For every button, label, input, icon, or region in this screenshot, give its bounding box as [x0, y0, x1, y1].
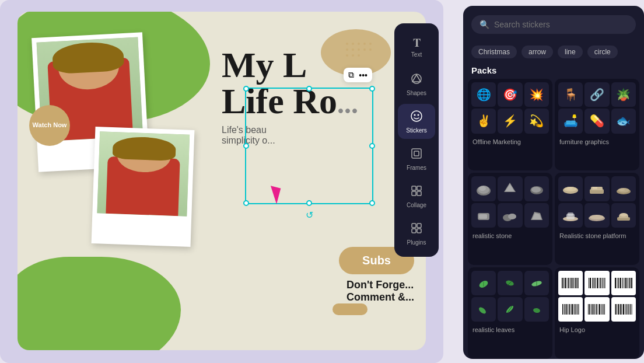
- sticker-pack-name-stone-platform: Realistic stone platform: [558, 231, 636, 240]
- svg-point-54: [590, 215, 604, 219]
- svg-rect-72: [568, 278, 569, 288]
- sticker-pack-name: Offline Marketing: [471, 137, 549, 146]
- search-bar: 🔍: [471, 15, 636, 34]
- svg-point-38: [508, 214, 516, 219]
- sticker-cell-leaf: [498, 297, 522, 322]
- sticker-pack-name-leaves: realistic leaves: [471, 325, 549, 334]
- design-card: Watch Now: [18, 12, 426, 350]
- sticker-cell-leaf: [471, 271, 496, 295]
- sticker-pack-name-stone: realistic stone: [471, 231, 549, 240]
- sticker-pack-realistic-stone[interactable]: realistic stone: [468, 173, 552, 264]
- sticker-cell-stone: [524, 176, 549, 201]
- sticker-cell-platform: [584, 203, 609, 228]
- svg-rect-105: [569, 304, 570, 315]
- svg-rect-85: [599, 278, 600, 288]
- tag-arrow[interactable]: arrow: [522, 46, 553, 58]
- tag-christmas[interactable]: Christmas: [471, 46, 517, 58]
- svg-rect-68: [562, 278, 563, 288]
- svg-rect-102: [564, 304, 565, 315]
- selection-handle-ml[interactable]: [243, 143, 249, 149]
- search-input[interactable]: [494, 20, 628, 29]
- sticker-cell-stone: [498, 203, 522, 228]
- svg-point-15: [411, 111, 422, 121]
- svg-rect-92: [618, 278, 620, 288]
- tag-circle[interactable]: circle: [587, 46, 618, 58]
- search-icon: 🔍: [480, 20, 489, 29]
- sticker-pack-name-furniture: furniture graphics: [558, 137, 636, 146]
- plugins-icon: [410, 222, 423, 238]
- svg-rect-128: [623, 304, 624, 315]
- selection-handle-tl[interactable]: [243, 86, 249, 92]
- svg-rect-21: [417, 186, 421, 190]
- photo-frame-2: [92, 127, 195, 247]
- selection-handle-tm[interactable]: [306, 86, 312, 92]
- svg-rect-110: [578, 304, 578, 315]
- sticker-cell-platform: [611, 203, 636, 228]
- sticker-pack-stone-platform[interactable]: Realistic stone platform: [555, 173, 639, 264]
- svg-rect-116: [594, 304, 595, 315]
- svg-rect-123: [615, 304, 616, 315]
- sticker-cell-stone: [471, 176, 496, 201]
- toolbar-item-text[interactable]: 𝐓 Text: [398, 29, 435, 64]
- selection-handle-bm[interactable]: [306, 200, 312, 206]
- svg-point-57: [620, 213, 628, 217]
- sticker-cell-platform: [611, 176, 636, 201]
- svg-rect-117: [596, 304, 597, 315]
- svg-rect-97: [627, 278, 628, 288]
- svg-rect-24: [412, 224, 416, 228]
- tan-subscribe-blob: [332, 303, 368, 315]
- sticker-cell-leaf: [524, 271, 549, 295]
- svg-rect-122: [604, 304, 605, 315]
- toolbar-item-frames[interactable]: Frames: [398, 141, 435, 176]
- selection-more-icon[interactable]: •••: [359, 71, 368, 80]
- text-icon: 𝐓: [413, 36, 421, 50]
- toolbar-item-collage[interactable]: Collage: [398, 179, 435, 214]
- sticker-cell: ✌️: [471, 109, 496, 133]
- sticker-pack-images-2: 🪑 🔗 🪴 🛋️ 💊 🐟: [558, 82, 636, 134]
- svg-rect-75: [573, 278, 574, 288]
- canvas-area: Watch Now: [0, 0, 443, 363]
- toolbar-item-plugins[interactable]: Plugins: [398, 216, 435, 251]
- sticker-cell-platform: [584, 176, 609, 201]
- svg-point-30: [479, 186, 486, 191]
- sticker-pack-hip-logo[interactable]: Hip Logo: [555, 267, 639, 359]
- svg-point-17: [418, 114, 419, 116]
- svg-rect-84: [597, 278, 598, 288]
- shapes-icon: [410, 72, 423, 88]
- tag-line[interactable]: line: [558, 46, 583, 58]
- svg-rect-78: [578, 278, 579, 288]
- sticker-cell: 💫: [524, 109, 549, 133]
- sticker-pack-offline-marketing[interactable]: 🌐 🎯 💥 ✌️ ⚡ 💫 Offline Marketing: [468, 79, 552, 170]
- toolbar-item-shapes[interactable]: Shapes: [398, 67, 435, 102]
- selection-copy-icon[interactable]: ⧉: [348, 70, 354, 80]
- sticker-pack-images-5: [471, 271, 549, 322]
- svg-rect-95: [624, 278, 624, 288]
- svg-rect-83: [595, 278, 596, 288]
- selection-handle-tr[interactable]: [369, 86, 375, 92]
- svg-rect-99: [631, 278, 631, 288]
- sticker-pack-name-hiplogo: Hip Logo: [558, 325, 636, 334]
- svg-rect-120: [601, 304, 602, 315]
- frames-icon: [410, 147, 423, 163]
- sticker-cell-barcode: [611, 271, 636, 295]
- selection-handle-br[interactable]: [369, 200, 375, 206]
- sticker-cell-leaf: [471, 297, 496, 322]
- svg-rect-114: [591, 304, 592, 315]
- svg-rect-36: [479, 214, 487, 219]
- sticker-cell-platform: [558, 203, 583, 228]
- selection-handle-mr[interactable]: [369, 143, 375, 149]
- sticker-pack-images-6: [558, 271, 636, 322]
- svg-rect-106: [571, 304, 572, 315]
- svg-rect-86: [600, 278, 601, 288]
- selection-handle-bl[interactable]: [243, 200, 249, 206]
- sticker-pack-leaves[interactable]: realistic leaves: [468, 267, 552, 359]
- sticker-cell: 💥: [524, 82, 549, 107]
- toolbar-item-stickers[interactable]: Stickers: [398, 104, 435, 139]
- sticker-cell: 🛋️: [558, 109, 583, 133]
- rotate-handle[interactable]: ↺: [306, 210, 313, 221]
- svg-rect-112: [588, 304, 589, 315]
- sticker-cell: 🔗: [584, 82, 609, 107]
- watch-now-badge: Watch Now: [29, 105, 70, 146]
- svg-rect-80: [590, 278, 591, 288]
- sticker-pack-furniture[interactable]: 🪑 🔗 🪴 🛋️ 💊 🐟 furniture graphics: [555, 79, 639, 170]
